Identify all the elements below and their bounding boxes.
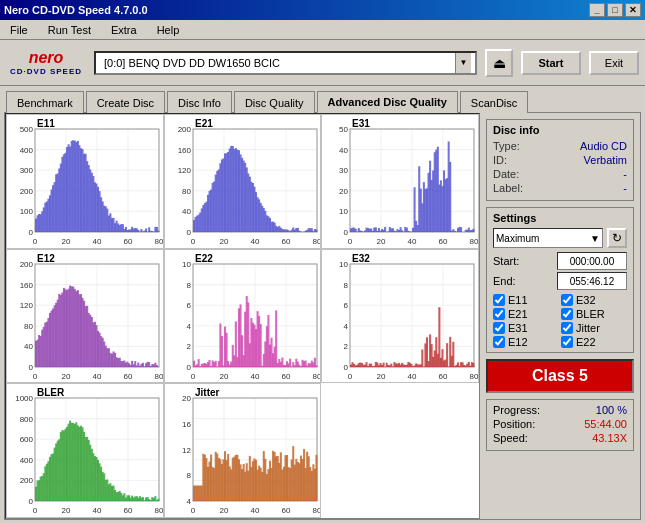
type-label: Type: <box>493 140 520 152</box>
cb-e32-label: E32 <box>576 294 596 306</box>
drive-selector[interactable]: [0:0] BENQ DVD DD DW1650 BCIC ▼ <box>94 51 477 75</box>
disc-id-row: ID: Verbatim <box>493 154 627 166</box>
cb-e12-input[interactable] <box>493 336 505 348</box>
progress-label: Progress: <box>493 404 540 416</box>
date-label: Date: <box>493 168 519 180</box>
logo: nero CD·DVD SPEED <box>6 49 86 76</box>
chart-e32 <box>321 249 479 384</box>
cb-e12-label: E12 <box>508 336 528 348</box>
disc-info-section: Disc info Type: Audio CD ID: Verbatim Da… <box>486 119 634 201</box>
end-label: End: <box>493 275 516 287</box>
cb-e22-label: E22 <box>576 336 596 348</box>
chart-e11 <box>6 114 164 249</box>
position-label: Position: <box>493 418 535 430</box>
menu-extra[interactable]: Extra <box>105 22 143 38</box>
cb-e11: E11 <box>493 294 559 306</box>
class-badge: Class 5 <box>486 359 634 393</box>
speed-label: Speed: <box>493 432 528 444</box>
disc-type-row: Type: Audio CD <box>493 140 627 152</box>
cb-e11-input[interactable] <box>493 294 505 306</box>
chart-bler <box>6 383 164 518</box>
cb-bler-label: BLER <box>576 308 605 320</box>
menu-bar: File Run Test Extra Help <box>0 20 645 40</box>
cb-e12: E12 <box>493 336 559 348</box>
tab-disc-quality[interactable]: Disc Quality <box>234 91 315 113</box>
speed-row: Speed: 43.13X <box>493 432 627 444</box>
header-row: nero CD·DVD SPEED [0:0] BENQ DVD DD DW16… <box>0 40 645 86</box>
end-time-row: End: <box>493 272 627 290</box>
type-value: Audio CD <box>580 140 627 152</box>
label-label: Label: <box>493 182 523 194</box>
progress-value: 100 % <box>596 404 627 416</box>
tab-benchmark[interactable]: Benchmark <box>6 91 84 113</box>
cb-e31-label: E31 <box>508 322 528 334</box>
menu-file[interactable]: File <box>4 22 34 38</box>
start-button[interactable]: Start <box>521 51 581 75</box>
nero-logo: nero <box>29 49 64 67</box>
cb-jitter: Jitter <box>561 322 627 334</box>
app-title: Nero CD-DVD Speed 4.7.0.0 <box>4 4 148 16</box>
cb-bler: BLER <box>561 308 627 320</box>
settings-section: Settings Maximum ▼ ↻ Start: End: E11 <box>486 207 634 353</box>
id-value: Verbatim <box>584 154 627 166</box>
cb-e31: E31 <box>493 322 559 334</box>
disc-label-row: Label: - <box>493 182 627 194</box>
cb-bler-input[interactable] <box>561 308 573 320</box>
logo-subtitle: CD·DVD SPEED <box>10 67 82 76</box>
chart-jitter <box>164 383 322 518</box>
end-time-input[interactable] <box>557 272 627 290</box>
progress-row: Progress: 100 % <box>493 404 627 416</box>
eject-button[interactable]: ⏏ <box>485 49 513 77</box>
main-content: Disc info Type: Audio CD ID: Verbatim Da… <box>4 112 641 520</box>
refresh-button[interactable]: ↻ <box>607 228 627 248</box>
cb-e32: E32 <box>561 294 627 306</box>
cb-e22: E22 <box>561 336 627 348</box>
cb-jitter-label: Jitter <box>576 322 600 334</box>
cb-e32-input[interactable] <box>561 294 573 306</box>
chart-e31 <box>321 114 479 249</box>
start-time-row: Start: <box>493 252 627 270</box>
tab-bar: Benchmark Create Disc Disc Info Disc Qua… <box>0 86 645 112</box>
start-label: Start: <box>493 255 519 267</box>
cb-e31-input[interactable] <box>493 322 505 334</box>
maximize-button[interactable]: □ <box>607 3 623 17</box>
cb-e21: E21 <box>493 308 559 320</box>
start-time-input[interactable] <box>557 252 627 270</box>
progress-area: Progress: 100 % Position: 55:44.00 Speed… <box>486 399 634 451</box>
tab-scan-disc[interactable]: ScanDisc <box>460 91 528 113</box>
speed-row: Maximum ▼ ↻ <box>493 228 627 248</box>
id-label: ID: <box>493 154 507 166</box>
menu-help[interactable]: Help <box>151 22 186 38</box>
checkbox-grid: E11 E32 E21 BLER E31 <box>493 294 627 348</box>
position-row: Position: 55:44.00 <box>493 418 627 430</box>
settings-title: Settings <box>493 212 627 224</box>
charts-area <box>5 113 480 519</box>
close-button[interactable]: ✕ <box>625 3 641 17</box>
label-value: - <box>623 182 627 194</box>
window-controls: _ □ ✕ <box>589 3 641 17</box>
chart-e12 <box>6 249 164 384</box>
right-panel: Disc info Type: Audio CD ID: Verbatim Da… <box>480 113 640 519</box>
cb-e21-label: E21 <box>508 308 528 320</box>
chart-e22 <box>164 249 322 384</box>
position-value: 55:44.00 <box>584 418 627 430</box>
exit-button[interactable]: Exit <box>589 51 639 75</box>
disc-info-title: Disc info <box>493 124 627 136</box>
title-bar: Nero CD-DVD Speed 4.7.0.0 _ □ ✕ <box>0 0 645 20</box>
cb-e11-label: E11 <box>508 294 528 306</box>
drive-dropdown-arrow[interactable]: ▼ <box>455 53 471 73</box>
tab-create-disc[interactable]: Create Disc <box>86 91 165 113</box>
menu-run-test[interactable]: Run Test <box>42 22 97 38</box>
drive-label: [0:0] BENQ DVD DD DW1650 BCIC <box>100 57 455 69</box>
chart-e21 <box>164 114 322 249</box>
minimize-button[interactable]: _ <box>589 3 605 17</box>
disc-date-row: Date: - <box>493 168 627 180</box>
speed-value: 43.13X <box>592 432 627 444</box>
tab-disc-info[interactable]: Disc Info <box>167 91 232 113</box>
cb-e22-input[interactable] <box>561 336 573 348</box>
tab-advanced-disc-quality[interactable]: Advanced Disc Quality <box>317 91 458 113</box>
cb-jitter-input[interactable] <box>561 322 573 334</box>
speed-select[interactable]: Maximum ▼ <box>493 228 603 248</box>
date-value: - <box>623 168 627 180</box>
cb-e21-input[interactable] <box>493 308 505 320</box>
